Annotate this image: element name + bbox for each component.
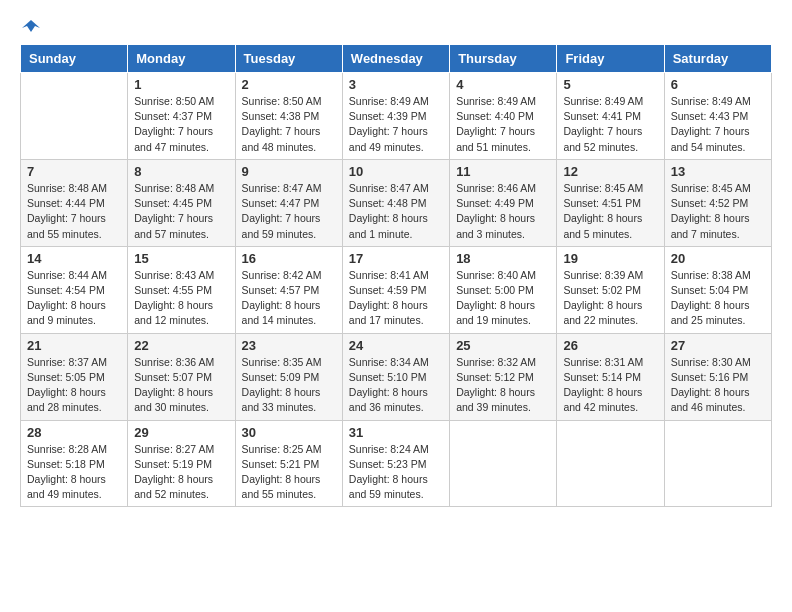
day-info: Sunrise: 8:50 AMSunset: 4:38 PMDaylight:…	[242, 94, 336, 155]
day-info: Sunrise: 8:45 AMSunset: 4:52 PMDaylight:…	[671, 181, 765, 242]
weekday-header-monday: Monday	[128, 45, 235, 73]
day-number: 17	[349, 251, 443, 266]
day-number: 27	[671, 338, 765, 353]
day-number: 6	[671, 77, 765, 92]
calendar-cell: 19Sunrise: 8:39 AMSunset: 5:02 PMDayligh…	[557, 246, 664, 333]
calendar-cell: 13Sunrise: 8:45 AMSunset: 4:52 PMDayligh…	[664, 159, 771, 246]
day-info: Sunrise: 8:41 AMSunset: 4:59 PMDaylight:…	[349, 268, 443, 329]
calendar-cell: 8Sunrise: 8:48 AMSunset: 4:45 PMDaylight…	[128, 159, 235, 246]
day-number: 9	[242, 164, 336, 179]
calendar-week-4: 21Sunrise: 8:37 AMSunset: 5:05 PMDayligh…	[21, 333, 772, 420]
day-info: Sunrise: 8:36 AMSunset: 5:07 PMDaylight:…	[134, 355, 228, 416]
calendar-cell: 28Sunrise: 8:28 AMSunset: 5:18 PMDayligh…	[21, 420, 128, 507]
calendar-cell: 31Sunrise: 8:24 AMSunset: 5:23 PMDayligh…	[342, 420, 449, 507]
day-info: Sunrise: 8:39 AMSunset: 5:02 PMDaylight:…	[563, 268, 657, 329]
logo-bird-icon	[22, 18, 40, 36]
day-info: Sunrise: 8:47 AMSunset: 4:48 PMDaylight:…	[349, 181, 443, 242]
day-info: Sunrise: 8:49 AMSunset: 4:40 PMDaylight:…	[456, 94, 550, 155]
day-info: Sunrise: 8:42 AMSunset: 4:57 PMDaylight:…	[242, 268, 336, 329]
day-info: Sunrise: 8:31 AMSunset: 5:14 PMDaylight:…	[563, 355, 657, 416]
day-number: 1	[134, 77, 228, 92]
calendar-cell: 1Sunrise: 8:50 AMSunset: 4:37 PMDaylight…	[128, 73, 235, 160]
day-number: 10	[349, 164, 443, 179]
day-number: 18	[456, 251, 550, 266]
calendar-cell: 11Sunrise: 8:46 AMSunset: 4:49 PMDayligh…	[450, 159, 557, 246]
day-info: Sunrise: 8:38 AMSunset: 5:04 PMDaylight:…	[671, 268, 765, 329]
calendar-cell: 10Sunrise: 8:47 AMSunset: 4:48 PMDayligh…	[342, 159, 449, 246]
day-info: Sunrise: 8:35 AMSunset: 5:09 PMDaylight:…	[242, 355, 336, 416]
day-info: Sunrise: 8:48 AMSunset: 4:44 PMDaylight:…	[27, 181, 121, 242]
calendar-cell: 5Sunrise: 8:49 AMSunset: 4:41 PMDaylight…	[557, 73, 664, 160]
day-number: 20	[671, 251, 765, 266]
day-number: 7	[27, 164, 121, 179]
logo	[20, 20, 40, 36]
day-info: Sunrise: 8:32 AMSunset: 5:12 PMDaylight:…	[456, 355, 550, 416]
day-info: Sunrise: 8:28 AMSunset: 5:18 PMDaylight:…	[27, 442, 121, 503]
day-info: Sunrise: 8:34 AMSunset: 5:10 PMDaylight:…	[349, 355, 443, 416]
day-number: 28	[27, 425, 121, 440]
day-number: 30	[242, 425, 336, 440]
day-number: 25	[456, 338, 550, 353]
day-number: 19	[563, 251, 657, 266]
day-info: Sunrise: 8:43 AMSunset: 4:55 PMDaylight:…	[134, 268, 228, 329]
day-info: Sunrise: 8:49 AMSunset: 4:43 PMDaylight:…	[671, 94, 765, 155]
calendar-table: SundayMondayTuesdayWednesdayThursdayFrid…	[20, 44, 772, 507]
calendar-cell	[557, 420, 664, 507]
day-number: 13	[671, 164, 765, 179]
day-number: 26	[563, 338, 657, 353]
day-number: 3	[349, 77, 443, 92]
calendar-week-5: 28Sunrise: 8:28 AMSunset: 5:18 PMDayligh…	[21, 420, 772, 507]
calendar-cell: 23Sunrise: 8:35 AMSunset: 5:09 PMDayligh…	[235, 333, 342, 420]
calendar-cell: 27Sunrise: 8:30 AMSunset: 5:16 PMDayligh…	[664, 333, 771, 420]
day-number: 14	[27, 251, 121, 266]
day-number: 23	[242, 338, 336, 353]
calendar-cell: 22Sunrise: 8:36 AMSunset: 5:07 PMDayligh…	[128, 333, 235, 420]
day-number: 4	[456, 77, 550, 92]
day-number: 5	[563, 77, 657, 92]
day-info: Sunrise: 8:47 AMSunset: 4:47 PMDaylight:…	[242, 181, 336, 242]
day-number: 31	[349, 425, 443, 440]
weekday-header-tuesday: Tuesday	[235, 45, 342, 73]
calendar-cell	[450, 420, 557, 507]
calendar-cell: 9Sunrise: 8:47 AMSunset: 4:47 PMDaylight…	[235, 159, 342, 246]
svg-marker-0	[22, 20, 40, 32]
page-header	[20, 20, 772, 36]
calendar-cell: 14Sunrise: 8:44 AMSunset: 4:54 PMDayligh…	[21, 246, 128, 333]
calendar-cell: 26Sunrise: 8:31 AMSunset: 5:14 PMDayligh…	[557, 333, 664, 420]
calendar-week-1: 1Sunrise: 8:50 AMSunset: 4:37 PMDaylight…	[21, 73, 772, 160]
weekday-header-row: SundayMondayTuesdayWednesdayThursdayFrid…	[21, 45, 772, 73]
day-info: Sunrise: 8:50 AMSunset: 4:37 PMDaylight:…	[134, 94, 228, 155]
calendar-cell: 7Sunrise: 8:48 AMSunset: 4:44 PMDaylight…	[21, 159, 128, 246]
day-number: 21	[27, 338, 121, 353]
calendar-cell: 6Sunrise: 8:49 AMSunset: 4:43 PMDaylight…	[664, 73, 771, 160]
day-info: Sunrise: 8:49 AMSunset: 4:39 PMDaylight:…	[349, 94, 443, 155]
day-info: Sunrise: 8:25 AMSunset: 5:21 PMDaylight:…	[242, 442, 336, 503]
day-number: 11	[456, 164, 550, 179]
calendar-cell: 2Sunrise: 8:50 AMSunset: 4:38 PMDaylight…	[235, 73, 342, 160]
day-number: 12	[563, 164, 657, 179]
day-info: Sunrise: 8:40 AMSunset: 5:00 PMDaylight:…	[456, 268, 550, 329]
weekday-header-friday: Friday	[557, 45, 664, 73]
calendar-cell: 4Sunrise: 8:49 AMSunset: 4:40 PMDaylight…	[450, 73, 557, 160]
day-number: 29	[134, 425, 228, 440]
day-info: Sunrise: 8:45 AMSunset: 4:51 PMDaylight:…	[563, 181, 657, 242]
day-number: 24	[349, 338, 443, 353]
calendar-week-2: 7Sunrise: 8:48 AMSunset: 4:44 PMDaylight…	[21, 159, 772, 246]
day-info: Sunrise: 8:27 AMSunset: 5:19 PMDaylight:…	[134, 442, 228, 503]
calendar-cell: 12Sunrise: 8:45 AMSunset: 4:51 PMDayligh…	[557, 159, 664, 246]
day-number: 2	[242, 77, 336, 92]
calendar-cell: 30Sunrise: 8:25 AMSunset: 5:21 PMDayligh…	[235, 420, 342, 507]
day-info: Sunrise: 8:46 AMSunset: 4:49 PMDaylight:…	[456, 181, 550, 242]
calendar-week-3: 14Sunrise: 8:44 AMSunset: 4:54 PMDayligh…	[21, 246, 772, 333]
calendar-cell	[664, 420, 771, 507]
day-number: 22	[134, 338, 228, 353]
day-number: 8	[134, 164, 228, 179]
calendar-cell: 25Sunrise: 8:32 AMSunset: 5:12 PMDayligh…	[450, 333, 557, 420]
day-info: Sunrise: 8:44 AMSunset: 4:54 PMDaylight:…	[27, 268, 121, 329]
weekday-header-sunday: Sunday	[21, 45, 128, 73]
calendar-cell: 29Sunrise: 8:27 AMSunset: 5:19 PMDayligh…	[128, 420, 235, 507]
weekday-header-thursday: Thursday	[450, 45, 557, 73]
calendar-cell: 17Sunrise: 8:41 AMSunset: 4:59 PMDayligh…	[342, 246, 449, 333]
calendar-cell	[21, 73, 128, 160]
calendar-cell: 24Sunrise: 8:34 AMSunset: 5:10 PMDayligh…	[342, 333, 449, 420]
